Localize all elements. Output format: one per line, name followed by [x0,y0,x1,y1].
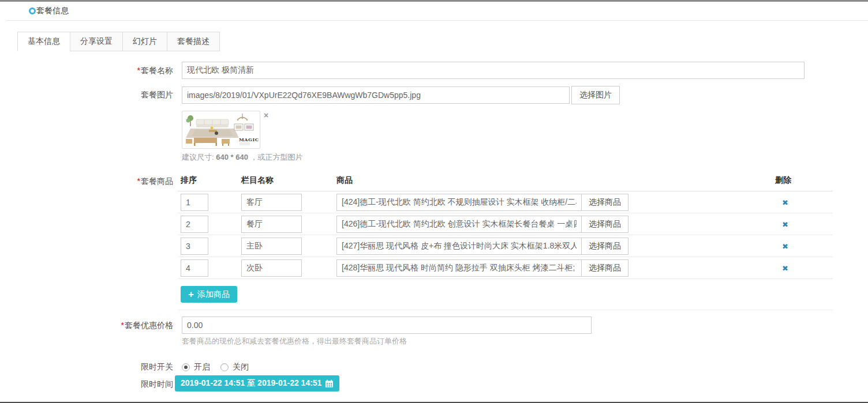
package-name-input[interactable] [182,62,805,79]
package-image-label: 套餐图片 [6,86,178,100]
sort-input[interactable] [181,238,208,255]
product-row: 选择商品 ✖ [178,213,833,235]
choose-product-button[interactable]: 选择商品 [581,216,628,233]
radio-off-icon[interactable] [220,363,229,371]
choose-product-button[interactable]: 选择商品 [581,194,628,211]
required-asterisk: * [121,321,124,330]
product-readonly-field [336,216,582,233]
category-name-input[interactable] [241,216,302,233]
sort-input[interactable] [181,259,208,277]
furniture-scene-image: MAGIC [184,112,259,147]
image-size-hint: 建议尺寸: 640 * 640 ，或正方型图片 [182,152,620,163]
choose-product-button[interactable]: 选择商品 [581,259,628,277]
image-watermark-text: MAGIC [239,137,259,142]
column-header-sort: 排序 [178,175,238,186]
category-name-input[interactable] [241,238,302,255]
required-asterisk: * [137,66,140,75]
package-price-label: *套餐优惠价格 [6,317,178,331]
product-row: 选择商品 ✖ [178,257,833,279]
column-header-delete: 删除 [772,175,833,186]
product-readonly-field [336,194,582,211]
product-readonly-field [336,238,582,255]
column-header-category: 栏目名称 [238,175,334,186]
price-hint-text: 套餐商品的现价总和减去套餐优惠价格，得出最终套餐商品订单价格 [182,336,592,346]
tab-share-settings[interactable]: 分享设置 [70,32,123,51]
limit-time-label: 限时时间 [6,375,178,390]
products-table-header: 排序 栏目名称 商品 删除 [178,175,833,191]
radio-on-icon[interactable] [182,363,190,371]
limit-switch-label: 限时开关 [6,361,178,372]
package-name-label: *套餐名称 [6,62,178,76]
delete-row-icon[interactable]: ✖ [772,198,788,207]
date-range-button[interactable]: 2019-01-22 14:51 至 2019-01-22 14:51 [175,375,339,391]
plus-icon: + [188,289,194,299]
page-title: 套餐信息 [36,6,69,16]
limit-switch-on-option[interactable]: 开启 [182,362,210,372]
category-name-input[interactable] [241,259,302,277]
package-products-label: *套餐商品 [6,175,178,187]
sort-input[interactable] [181,194,208,211]
page-header: 套餐信息 [6,2,868,21]
choose-image-button[interactable]: 选择图片 [571,86,620,104]
products-table: 排序 栏目名称 商品 删除 选择商品 ✖ [178,175,833,310]
package-form: *套餐名称 套餐图片 选择图片 [0,62,868,403]
tab-basic-info[interactable]: 基本信息 [17,32,70,51]
tab-package-description[interactable]: 套餐描述 [167,32,220,51]
package-image-path-input[interactable] [182,86,570,104]
delete-row-icon[interactable]: ✖ [772,220,788,229]
delete-row-icon[interactable]: ✖ [772,264,788,273]
required-asterisk: * [137,176,140,186]
product-row: 选择商品 ✖ [178,235,833,257]
sort-input[interactable] [181,216,208,233]
remove-image-icon[interactable]: × [264,112,268,119]
tab-bar: 基本信息 分享设置 幻灯片 套餐描述 [17,32,868,51]
category-name-input[interactable] [241,194,302,211]
package-image-thumbnail: MAGIC [182,111,260,149]
add-product-button[interactable]: +添加商品 [181,286,237,303]
tab-slideshow[interactable]: 幻灯片 [122,32,167,51]
calendar-icon [325,379,334,388]
column-header-product: 商品 [334,175,772,186]
choose-product-button[interactable]: 选择商品 [581,238,628,255]
product-row: 选择商品 ✖ [178,191,833,213]
package-price-input[interactable] [182,317,592,334]
delete-row-icon[interactable]: ✖ [772,242,788,251]
section-circle-icon [29,7,36,14]
limit-switch-off-option[interactable]: 关闭 [220,362,249,372]
product-readonly-field [336,259,582,277]
